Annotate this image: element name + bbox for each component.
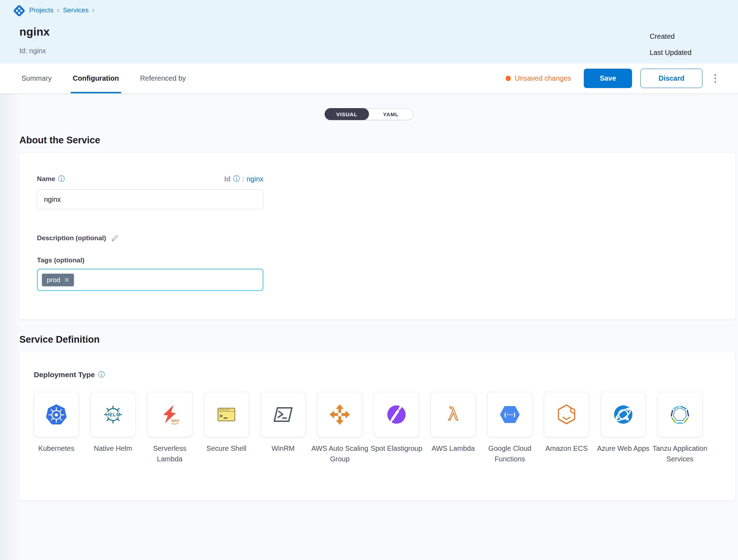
deployment-option-label: Secure Shell bbox=[196, 443, 257, 454]
google-cloud-functions-icon: (···) bbox=[499, 403, 521, 426]
aws-lambda-icon: λ bbox=[442, 403, 464, 426]
service-definition-heading: Service Definition bbox=[19, 334, 738, 345]
tags-input[interactable]: prod ✕ bbox=[37, 269, 263, 291]
deployment-type-label-row: Deployment Type ⓘ bbox=[34, 370, 735, 379]
chevron-right-icon: › bbox=[92, 6, 95, 14]
deployment-option-spot-elastigroup: Spot Elastigroup bbox=[374, 392, 419, 464]
tab-actions: Unsaved changes Save Discard bbox=[506, 63, 718, 93]
amazon-ecs-card[interactable] bbox=[544, 392, 589, 437]
tab-referenced-by[interactable]: Referenced by bbox=[138, 63, 188, 93]
deployment-option-aws-lambda: λ AWS Lambda bbox=[431, 392, 476, 464]
more-options-icon[interactable] bbox=[712, 71, 718, 86]
id-label: Id bbox=[224, 175, 231, 183]
service-meta: Created Last Updated bbox=[650, 28, 692, 61]
deployment-option-tanzu: Tanzu Application Services bbox=[657, 392, 702, 464]
deployment-option-label: Tanzu Application Services bbox=[650, 443, 710, 464]
kubernetes-icon bbox=[45, 403, 68, 426]
remove-tag-icon[interactable]: ✕ bbox=[64, 276, 70, 284]
deployment-option-kubernetes: Kubernetes bbox=[34, 392, 79, 464]
svg-text:aws: aws bbox=[171, 418, 180, 423]
discard-button[interactable]: Discard bbox=[640, 69, 702, 88]
chevron-right-icon: › bbox=[57, 6, 60, 14]
deployment-option-label: WinRM bbox=[253, 443, 313, 454]
tag-chip: prod ✕ bbox=[42, 274, 74, 286]
tanzu-card[interactable] bbox=[657, 392, 702, 437]
description-label: Description (optional) bbox=[37, 234, 106, 242]
toggle-visual[interactable]: VISUAL bbox=[325, 108, 369, 120]
service-definition-card: Deployment Type ⓘ bbox=[19, 352, 735, 501]
aws-auto-scaling-card[interactable] bbox=[317, 392, 362, 437]
projects-logo-icon[interactable] bbox=[13, 5, 25, 17]
edit-pencil-icon[interactable] bbox=[111, 235, 119, 242]
amazon-ecs-icon bbox=[555, 403, 578, 426]
deployment-option-label: Google Cloud Functions bbox=[480, 443, 540, 464]
svg-text:HELM: HELM bbox=[105, 412, 121, 417]
toggle-yaml[interactable]: YAML bbox=[369, 108, 413, 120]
aws-auto-scaling-icon bbox=[329, 403, 351, 426]
helm-icon: HELM bbox=[102, 403, 124, 426]
deployment-option-label: Amazon ECS bbox=[536, 443, 597, 454]
google-cloud-functions-card[interactable]: (···) bbox=[487, 392, 532, 437]
name-label-row: Name ⓘ bbox=[37, 174, 65, 183]
visual-yaml-toggle: VISUAL YAML bbox=[325, 108, 413, 120]
svg-text:>: > bbox=[219, 412, 223, 419]
serverless-lambda-icon: aws bbox=[158, 403, 181, 426]
deployment-type-options: Kubernetes HELM bbox=[34, 392, 735, 464]
page-header: Projects › Services › nginx Id: nginx Cr… bbox=[0, 0, 738, 63]
deployment-option-secure-shell: > Secure Shell bbox=[204, 392, 249, 464]
tabs: Summary Configuration Referenced by bbox=[19, 63, 188, 93]
id-value-link[interactable]: nginx bbox=[246, 175, 263, 183]
native-helm-card[interactable]: HELM bbox=[90, 392, 136, 437]
service-id-line: Id ⓘ : nginx bbox=[224, 174, 263, 183]
svg-text:(···): (···) bbox=[504, 411, 516, 418]
azure-web-apps-icon bbox=[612, 403, 634, 426]
deployment-option-aws-auto-scaling: AWS Auto Scaling Group bbox=[317, 392, 362, 464]
secure-shell-icon: > bbox=[215, 403, 238, 426]
unsaved-dot-icon bbox=[506, 76, 511, 81]
name-input[interactable] bbox=[37, 189, 263, 209]
unsaved-changes-label: Unsaved changes bbox=[515, 74, 571, 82]
tags-label: Tags (optional) bbox=[37, 256, 263, 264]
info-icon[interactable]: ⓘ bbox=[233, 174, 240, 183]
created-label: Created bbox=[650, 28, 692, 44]
deployment-option-amazon-ecs: Amazon ECS bbox=[544, 392, 589, 464]
tag-chip-label: prod bbox=[47, 276, 60, 284]
tanzu-icon bbox=[669, 403, 691, 426]
tab-bar: Summary Configuration Referenced by Unsa… bbox=[0, 63, 738, 94]
name-label: Name bbox=[37, 175, 55, 183]
secure-shell-card[interactable]: > bbox=[204, 392, 249, 437]
deployment-option-label: AWS Auto Scaling Group bbox=[309, 443, 370, 464]
about-service-card: Name ⓘ Id ⓘ : nginx Description (optiona… bbox=[19, 153, 735, 319]
deployment-option-label: Native Helm bbox=[83, 443, 143, 454]
deployment-option-azure-web-apps: Azure Web Apps bbox=[601, 392, 646, 464]
deployment-option-serverless-lambda: aws Serverless Lambda bbox=[147, 392, 192, 464]
azure-web-apps-card[interactable] bbox=[601, 392, 646, 437]
serverless-lambda-card[interactable]: aws bbox=[147, 392, 192, 437]
winrm-icon bbox=[272, 403, 294, 426]
configuration-content: VISUAL YAML About the Service Name ⓘ Id … bbox=[0, 94, 738, 501]
deployment-option-label: AWS Lambda bbox=[423, 443, 483, 454]
tab-summary[interactable]: Summary bbox=[19, 63, 54, 93]
id-separator: : bbox=[242, 175, 244, 183]
deployment-option-label: Kubernetes bbox=[26, 443, 87, 454]
page-title: nginx bbox=[19, 25, 50, 38]
last-updated-label: Last Updated bbox=[650, 44, 692, 61]
deployment-type-label: Deployment Type bbox=[34, 371, 95, 379]
aws-lambda-card[interactable]: λ bbox=[431, 392, 476, 437]
spot-elastigroup-card[interactable] bbox=[374, 392, 419, 437]
breadcrumb-services[interactable]: Services bbox=[63, 6, 89, 14]
deployment-option-label: Azure Web Apps bbox=[593, 443, 653, 454]
breadcrumb-projects[interactable]: Projects bbox=[29, 6, 54, 14]
winrm-card[interactable] bbox=[261, 392, 306, 437]
deployment-option-label: Spot Elastigroup bbox=[366, 443, 427, 454]
kubernetes-card[interactable] bbox=[34, 392, 79, 437]
tab-configuration[interactable]: Configuration bbox=[71, 63, 121, 93]
about-service-heading: About the Service bbox=[19, 135, 738, 146]
spot-elastigroup-icon bbox=[385, 403, 408, 426]
deployment-option-label: Serverless Lambda bbox=[139, 443, 200, 464]
deployment-option-native-helm: HELM Native Helm bbox=[90, 392, 136, 464]
service-id-text: Id: nginx bbox=[19, 47, 46, 55]
info-icon[interactable]: ⓘ bbox=[98, 370, 105, 379]
info-icon[interactable]: ⓘ bbox=[58, 174, 65, 183]
save-button[interactable]: Save bbox=[584, 69, 632, 88]
